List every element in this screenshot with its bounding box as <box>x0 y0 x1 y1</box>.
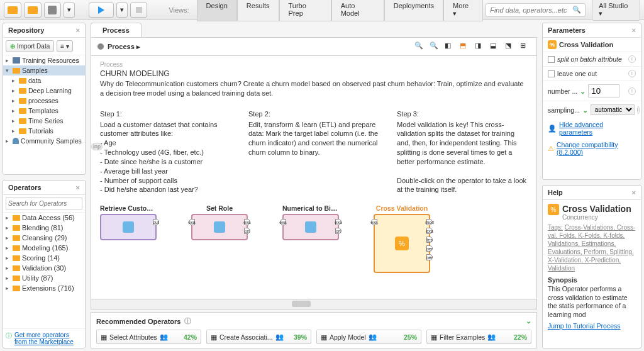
process-home-icon[interactable] <box>97 43 104 50</box>
run-dropdown[interactable]: ▾ <box>116 3 128 18</box>
tab-more[interactable]: More ▾ <box>443 0 483 21</box>
open-button[interactable] <box>24 3 42 18</box>
close-icon[interactable]: × <box>76 26 80 34</box>
import-data-button[interactable]: ⊕Import Data <box>6 40 54 52</box>
recommended-item[interactable]: ▦Filter Examples👥22% <box>426 330 531 344</box>
operator-category[interactable]: ▸Utility (87) <box>3 273 85 283</box>
operator-category[interactable]: ▸Cleansing (29) <box>3 233 85 243</box>
tree-toggle-icon[interactable]: ▸ <box>12 87 17 94</box>
recommended-item[interactable]: ▦Create Associati...👥39% <box>206 330 311 344</box>
operator-port[interactable]: per <box>426 254 433 260</box>
repo-menu-button[interactable]: ≡ ▾ <box>57 40 73 52</box>
info-icon[interactable]: i <box>628 70 636 77</box>
export-icon[interactable]: ⬓ <box>490 42 500 52</box>
tree-toggle-icon[interactable]: ▸ <box>6 255 11 261</box>
tree-toggle-icon[interactable]: ▸ <box>6 138 11 144</box>
chevron-down-icon[interactable]: ⌄ <box>580 87 586 95</box>
zoom-out-icon[interactable]: 🔍 <box>430 42 440 52</box>
tab-turbo-prep[interactable]: Turbo Prep <box>279 0 331 21</box>
canvas-scrollbar[interactable] <box>91 299 537 309</box>
tree-toggle-icon[interactable]: ▸ <box>6 275 11 281</box>
operator-port[interactable]: exa <box>189 219 195 225</box>
tree-item[interactable]: ▾Samples <box>3 65 85 75</box>
tree-item[interactable]: ▸Deep Learning <box>3 86 85 96</box>
new-button[interactable] <box>4 3 21 18</box>
stop-button[interactable] <box>130 3 148 18</box>
operator-body[interactable]: out <box>100 214 157 240</box>
tab-deployments[interactable]: Deployments <box>384 0 443 21</box>
operator-port[interactable]: exa <box>244 219 250 225</box>
jump-tutorial-link[interactable]: Jump to Tutorial Process <box>548 322 636 330</box>
tree-item[interactable]: ▸Time Series <box>3 116 85 126</box>
close-icon[interactable]: × <box>632 26 636 34</box>
recommended-item[interactable]: ▦Apply Model👥25% <box>316 330 421 344</box>
tree-toggle-icon[interactable]: ▸ <box>12 98 17 104</box>
operator-body[interactable]: exaexaori <box>191 214 248 240</box>
save-button[interactable] <box>44 3 62 18</box>
auto-wire-icon[interactable]: ⬒ <box>460 42 470 52</box>
operator-port[interactable]: tes <box>426 237 433 243</box>
operator-body[interactable]: exaexaori <box>282 214 339 240</box>
global-search-input[interactable] <box>490 6 572 14</box>
settings-icon[interactable]: ⬔ <box>505 42 515 52</box>
operator-category[interactable]: ▸Data Access (56) <box>3 213 85 223</box>
cleanup-icon[interactable]: ◨ <box>475 42 485 52</box>
operator-port[interactable]: ori <box>335 228 341 234</box>
zoom-in-icon[interactable]: 🔍 <box>414 42 425 52</box>
process-canvas[interactable]: Process CHURN MODELING Why do Telecommun… <box>91 56 537 299</box>
hide-advanced-link[interactable]: Hide advanced parameters <box>559 121 636 136</box>
tab-design[interactable]: Design <box>197 0 237 21</box>
tree-toggle-icon[interactable]: ▸ <box>6 57 11 64</box>
sampling-select[interactable]: automatic <box>591 104 635 115</box>
operator-port[interactable]: exa <box>335 219 341 225</box>
operator-port[interactable]: per <box>426 245 433 252</box>
operator-box[interactable]: Numerical to Binom...exaexaori <box>282 204 339 240</box>
global-search[interactable]: 🔍 <box>486 3 586 17</box>
operator-category[interactable]: ▸Blending (81) <box>3 223 85 233</box>
operator-body[interactable]: examodexatesperper% <box>374 214 430 273</box>
operator-box[interactable]: Retrieve Customer ...out <box>100 204 157 240</box>
close-icon[interactable]: × <box>632 189 636 196</box>
operator-port[interactable]: exa <box>280 219 286 225</box>
change-compat-link[interactable]: Change compatibility (8.2.000) <box>557 141 636 156</box>
operator-category[interactable]: ▸Scoring (14) <box>3 253 85 263</box>
operator-box[interactable]: Cross Validationexamodexatesperper% <box>374 204 430 273</box>
tree-item[interactable]: ▸data <box>3 75 85 86</box>
operator-box[interactable]: Set Roleexaexaori <box>191 204 248 240</box>
tree-toggle-icon[interactable]: ▸ <box>6 285 11 291</box>
studio-scope-dropdown[interactable]: All Studio ▾ <box>592 0 640 21</box>
operator-category[interactable]: ▸Modeling (165) <box>3 243 85 253</box>
tree-toggle-icon[interactable]: ▸ <box>6 225 11 231</box>
operator-category[interactable]: ▸Extensions (716) <box>3 283 85 293</box>
operator-category[interactable]: ▸Validation (30) <box>3 263 85 273</box>
tree-toggle-icon[interactable]: ▸ <box>12 118 17 124</box>
tree-toggle-icon[interactable]: ▸ <box>12 108 17 114</box>
tab-auto-model[interactable]: Auto Model <box>331 0 384 21</box>
operator-port[interactable]: ori <box>244 228 250 234</box>
tree-item[interactable]: ▸Community Samples <box>3 136 85 146</box>
marketplace-link[interactable]: Get more operators from the Marketplace <box>14 332 82 345</box>
tree-toggle-icon[interactable]: ▾ <box>6 67 11 74</box>
operator-port[interactable]: exa <box>426 228 433 234</box>
operator-port[interactable]: out <box>153 219 159 225</box>
process-tab[interactable]: Process <box>91 23 142 37</box>
operator-port[interactable]: exa <box>371 219 377 225</box>
chevron-down-icon[interactable]: ⌄ <box>582 106 588 114</box>
operator-port[interactable]: mod <box>426 219 433 225</box>
tree-item[interactable]: ▸processes <box>3 96 85 106</box>
chevron-down-icon[interactable]: ⌄ <box>526 317 531 325</box>
tree-toggle-icon[interactable]: ▸ <box>6 245 11 251</box>
tree-item[interactable]: ▸Templates <box>3 106 85 116</box>
info-icon[interactable]: ⓘ <box>184 316 191 326</box>
info-icon[interactable]: i <box>628 87 636 95</box>
checkbox[interactable] <box>548 56 555 63</box>
operators-search-input[interactable] <box>6 198 82 209</box>
tree-toggle-icon[interactable]: ▸ <box>6 214 11 221</box>
run-button[interactable] <box>89 3 114 18</box>
save-dropdown[interactable]: ▾ <box>64 3 75 18</box>
tree-toggle-icon[interactable]: ▸ <box>6 235 11 241</box>
tree-item[interactable]: ▸Training Resources <box>3 55 85 65</box>
tree-toggle-icon[interactable]: ▸ <box>12 77 17 84</box>
tree-item[interactable]: ▸Tutorials <box>3 126 85 136</box>
number-folds-input[interactable] <box>588 84 619 98</box>
